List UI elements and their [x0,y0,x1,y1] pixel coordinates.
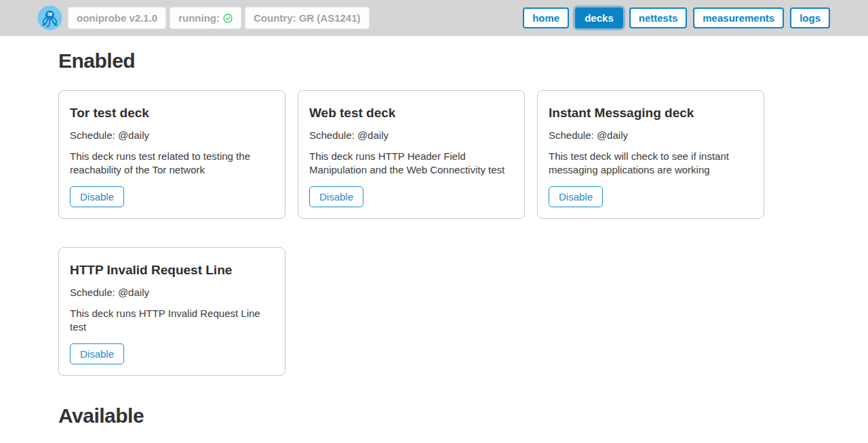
nav-button-home[interactable]: home [523,7,569,28]
nav-button-measurements[interactable]: measurements [693,7,784,28]
status-badge: Country: GR (AS1241) [245,7,370,29]
status-badge: running: [170,7,241,29]
decks-page: Enabled Tor test deck Schedule: @daily T… [0,49,868,443]
deck-schedule: Schedule: @daily [70,129,274,141]
deck-description: This test deck will check to see if inst… [549,150,753,177]
section-title-enabled: Enabled [58,49,810,72]
check-circle-icon [223,14,233,23]
deck-title: HTTP Invalid Request Line [70,263,274,278]
section-title-available: Available [58,404,810,427]
nav-button-logs[interactable]: logs [790,7,830,28]
deck-title: Web test deck [309,106,513,121]
deck-description: This deck runs HTTP Header Field Manipul… [309,150,513,177]
enabled-decks-grid: Tor test deck Schedule: @daily This deck… [58,90,766,376]
status-badges: ooniprobe v2.1.0running:Country: GR (AS1… [68,7,370,29]
deck-description: This deck runs HTTP Invalid Request Line… [70,307,274,334]
main-nav: homedecksnettestsmeasurementslogs [523,7,830,28]
deck-card: Tor test deck Schedule: @daily This deck… [58,90,285,219]
disable-deck-button[interactable]: Disable [70,343,124,364]
deck-title: Tor test deck [70,106,274,121]
deck-schedule: Schedule: @daily [309,129,513,141]
deck-card: HTTP Invalid Request Line Schedule: @dai… [58,247,285,376]
disable-deck-button[interactable]: Disable [309,186,363,207]
disable-deck-button[interactable]: Disable [549,186,603,207]
deck-schedule: Schedule: @daily [549,129,753,141]
deck-schedule: Schedule: @daily [70,287,274,298]
status-badge-label: running: [178,12,220,24]
status-badge: ooniprobe v2.1.0 [68,7,166,29]
status-badge-label: Country: GR (AS1241) [254,12,361,24]
status-badge-label: ooniprobe v2.1.0 [77,12,157,24]
deck-card: Instant Messaging deck Schedule: @daily … [537,90,764,219]
deck-title: Instant Messaging deck [549,106,753,121]
nav-button-decks[interactable]: decks [575,7,623,28]
deck-description: This deck runs test related to testing t… [70,150,274,177]
disable-deck-button[interactable]: Disable [70,186,124,207]
topbar: ooniprobe v2.1.0running:Country: GR (AS1… [0,0,868,36]
deck-card: Web test deck Schedule: @daily This deck… [298,90,525,219]
nav-button-nettests[interactable]: nettests [629,7,688,28]
ooni-logo-icon[interactable] [37,5,62,30]
